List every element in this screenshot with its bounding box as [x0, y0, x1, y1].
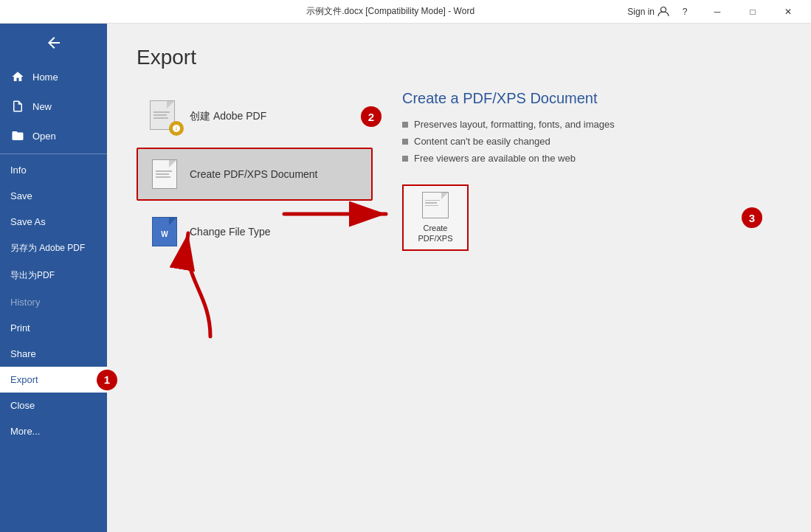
sidebar-item-history: History — [0, 289, 107, 315]
sidebar-item-print-label: Print — [10, 322, 30, 334]
sidebar-item-share-label: Share — [10, 348, 36, 359]
adobe-pdf-icon — [150, 102, 179, 131]
badge-3: 3 — [742, 207, 762, 228]
sidebar-item-history-label: History — [10, 297, 40, 308]
create-pdf-button-label: CreatePDF/XPS — [418, 223, 452, 244]
sidebar-item-export-label: Export — [10, 374, 38, 385]
badge-1: 1 — [97, 370, 117, 390]
sidebar-item-home[interactable]: Home — [0, 62, 107, 91]
export-option-pdf-xps[interactable]: Create PDF/XPS Document — [137, 148, 373, 201]
feature-bullet-1 — [402, 122, 408, 128]
back-button[interactable] — [0, 24, 107, 62]
sidebar-item-more-label: More... — [10, 426, 40, 437]
sidebar-item-info-label: Info — [10, 165, 27, 176]
feature-item-2: Content can't be easily changed — [402, 136, 752, 147]
feature-bullet-2 — [402, 139, 408, 145]
sidebar-item-open-label: Open — [32, 131, 56, 142]
minimize-button[interactable]: ─ — [700, 0, 734, 24]
export-right-panel: Create a PDF/XPS Document Preserves layo… — [373, 90, 781, 510]
feature-text-3: Free viewers are available on the web — [414, 153, 576, 164]
feature-item-3: Free viewers are available on the web — [402, 153, 752, 164]
right-panel-title: Create a PDF/XPS Document — [402, 90, 752, 107]
sidebar-nav: Home New Open Info Save — [0, 62, 107, 444]
sidebar-item-save-as-label: Save As — [10, 216, 46, 227]
page-title: Export — [137, 46, 781, 69]
sidebar-item-save-label: Save — [10, 190, 32, 201]
sidebar-item-share[interactable]: Share — [0, 341, 107, 367]
pdf-xps-icon — [150, 159, 179, 189]
sidebar-item-save[interactable]: Save — [0, 183, 107, 209]
home-icon — [10, 69, 25, 84]
export-option-file-type[interactable]: W Change File Type — [137, 205, 373, 258]
sidebar-item-more[interactable]: More... — [0, 418, 107, 444]
feature-text-2: Content can't be easily changed — [414, 136, 551, 147]
close-button[interactable]: ✕ — [771, 0, 805, 24]
create-pdf-button-icon — [422, 192, 449, 218]
create-pdf-xps-button[interactable]: CreatePDF/XPS — [402, 184, 469, 251]
sidebar: Home New Open Info Save — [0, 24, 107, 532]
right-panel-features: Preserves layout, formatting, fonts, and… — [402, 119, 752, 164]
sidebar-item-home-label: Home — [32, 72, 58, 83]
feature-item-1: Preserves layout, formatting, fonts, and… — [402, 119, 752, 130]
sidebar-item-info[interactable]: Info — [0, 157, 107, 183]
adobe-pdf-label: 创建 Adobe PDF — [190, 110, 266, 123]
window-controls: ─ □ ✕ — [700, 0, 805, 24]
folder-icon — [10, 128, 25, 143]
export-body: 创建 Adobe PDF 2 — [137, 90, 781, 510]
restore-button[interactable]: □ — [736, 0, 770, 24]
change-file-type-icon: W — [150, 217, 179, 246]
help-button[interactable]: ? — [675, 2, 694, 21]
feature-bullet-3 — [402, 156, 408, 162]
pdf-xps-label: Create PDF/XPS Document — [190, 168, 318, 180]
sign-in-button[interactable]: Sign in — [627, 6, 669, 18]
sidebar-item-new-label: New — [32, 101, 52, 112]
sidebar-item-export-pdf[interactable]: 导出为PDF — [0, 262, 107, 289]
sidebar-item-new[interactable]: New — [0, 91, 107, 121]
titlebar-controls: Sign in ? ─ □ ✕ — [627, 0, 805, 24]
sign-in-label: Sign in — [627, 7, 655, 17]
sidebar-item-open[interactable]: Open — [0, 121, 107, 151]
sidebar-item-save-adobe-label: 另存为 Adobe PDF — [10, 242, 85, 255]
profile-icon — [658, 6, 669, 18]
help-label: ? — [683, 7, 688, 17]
titlebar: 示例文件.docx [Compatibility Mode] - Word Si… — [0, 0, 811, 24]
new-doc-icon — [10, 99, 25, 114]
sidebar-item-close-label: Close — [10, 400, 35, 411]
back-icon — [45, 34, 63, 52]
change-file-type-label: Change File Type — [190, 226, 270, 238]
sidebar-item-close[interactable]: Close — [0, 393, 107, 418]
create-button-wrapper: CreatePDF/XPS 3 — [402, 184, 752, 251]
badge-2: 2 — [361, 106, 382, 127]
sidebar-item-export-pdf-label: 导出为PDF — [10, 269, 55, 282]
sidebar-divider-1 — [0, 153, 107, 154]
sidebar-item-save-adobe[interactable]: 另存为 Adobe PDF — [0, 235, 107, 262]
sidebar-item-print[interactable]: Print — [0, 315, 107, 341]
sidebar-item-export[interactable]: Export 1 — [0, 367, 107, 393]
feature-text-1: Preserves layout, formatting, fonts, and… — [414, 119, 615, 130]
main-content: Export — [107, 24, 811, 532]
app-body: Home New Open Info Save — [0, 24, 811, 532]
titlebar-title: 示例文件.docx [Compatibility Mode] - Word — [153, 5, 627, 18]
export-option-adobe[interactable]: 创建 Adobe PDF 2 — [137, 90, 373, 143]
export-options-list: 创建 Adobe PDF 2 — [137, 90, 373, 510]
sidebar-item-save-as[interactable]: Save As — [0, 209, 107, 235]
